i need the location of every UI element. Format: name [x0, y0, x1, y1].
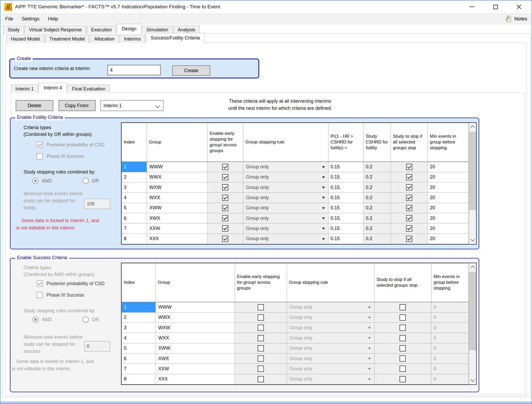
scrollbar-track[interactable] — [469, 131, 476, 236]
tab-success-futility-criteria[interactable]: Success/Futility Criteria — [146, 33, 205, 43]
min-events-cell[interactable]: 20 — [428, 213, 469, 223]
checkbox-checked-icon[interactable] — [406, 164, 412, 170]
min-events-cell[interactable]: 20 — [428, 172, 469, 182]
group-stopping-rule-dropdown[interactable]: Group only — [287, 354, 374, 364]
study-cshrd-cell[interactable]: 0.2 — [363, 182, 391, 193]
group-stopping-rule-dropdown[interactable]: Group only — [287, 302, 374, 313]
copy-from-dropdown[interactable]: Interim 1 — [100, 100, 164, 111]
min-events-cell[interactable]: 20 — [428, 182, 469, 193]
group-stopping-rule-dropdown[interactable]: Group only — [243, 162, 328, 172]
enable-early-stopping-cell[interactable] — [207, 223, 243, 234]
checkbox-unchecked-icon[interactable] — [400, 376, 406, 382]
enable-early-stopping-cell[interactable] — [207, 213, 243, 223]
checkbox-unchecked-icon[interactable] — [400, 325, 406, 331]
group-stopping-rule-dropdown[interactable]: Group only — [287, 323, 374, 333]
checkbox-checked-icon[interactable] — [406, 215, 412, 221]
index-cell[interactable]: 3 — [122, 323, 156, 333]
study-stop-cell[interactable] — [391, 182, 428, 193]
min-events-cell[interactable]: 0 — [431, 323, 469, 333]
min-events-cell[interactable]: 0 — [431, 354, 469, 364]
maximize-button[interactable] — [487, 1, 504, 13]
tab-allocation[interactable]: Allocation — [90, 35, 119, 43]
min-events-cell[interactable]: 20 — [428, 193, 469, 203]
checkbox-unchecked-icon[interactable] — [258, 366, 264, 372]
group-stopping-rule-dropdown[interactable]: Group only — [243, 193, 328, 203]
index-cell[interactable]: 7 — [122, 223, 147, 234]
min-events-cell[interactable]: 20 — [428, 203, 469, 213]
tab-virtual-subject-response[interactable]: Virtual Subject Response — [25, 26, 86, 34]
checkbox-checked-icon[interactable] — [406, 236, 412, 242]
checkbox-checked-icon[interactable] — [406, 225, 412, 232]
checkbox-unchecked-icon[interactable] — [258, 345, 264, 351]
checkbox-unchecked-icon[interactable] — [400, 335, 406, 341]
pr-futility-cell[interactable]: 0.15 — [328, 234, 363, 244]
checkbox-checked-icon[interactable] — [406, 195, 412, 201]
tab-execution[interactable]: Execution — [87, 26, 116, 34]
group-stopping-rule-dropdown[interactable]: Group only — [287, 343, 374, 353]
study-cshrd-cell[interactable]: 0.2 — [363, 162, 391, 172]
checkbox-checked-icon[interactable] — [222, 225, 228, 232]
pr-futility-cell[interactable]: 0.15 — [328, 213, 363, 223]
checkbox-checked-icon[interactable] — [406, 174, 412, 180]
index-cell[interactable]: 6 — [122, 213, 147, 223]
group-stopping-rule-dropdown[interactable]: Group only — [287, 364, 374, 374]
study-cshrd-cell[interactable]: 0.2 — [363, 193, 391, 203]
group-cell[interactable]: XWW — [147, 203, 207, 213]
group-cell[interactable]: XWX — [155, 354, 235, 364]
success-radio-or[interactable] — [83, 316, 89, 323]
group-cell[interactable]: WWW — [155, 302, 235, 313]
menu-settings[interactable]: Settings — [18, 13, 44, 25]
min-events-cell[interactable]: 20 — [428, 223, 469, 234]
scroll-up-button[interactable] — [469, 263, 476, 271]
futility-phase3-checkbox[interactable] — [37, 153, 43, 159]
delete-button[interactable]: Delete — [16, 100, 53, 111]
scroll-down-button[interactable] — [469, 236, 476, 244]
study-stop-cell[interactable] — [391, 162, 428, 172]
enable-early-stopping-cell[interactable] — [235, 343, 287, 353]
enable-early-stopping-cell[interactable] — [235, 312, 287, 322]
min-events-cell[interactable]: 0 — [431, 374, 469, 384]
study-cshrd-cell[interactable]: 0.2 — [363, 213, 391, 223]
checkbox-unchecked-icon[interactable] — [258, 304, 264, 310]
tab-hazard-model[interactable]: Hazard Model — [6, 35, 44, 43]
tab-interim-4[interactable]: Interim 4 — [39, 83, 67, 93]
checkbox-checked-icon[interactable] — [222, 174, 228, 180]
min-events-cell[interactable]: 0 — [431, 333, 469, 343]
enable-early-stopping-cell[interactable] — [207, 162, 243, 172]
min-events-cell[interactable]: 20 — [428, 162, 469, 172]
group-stopping-rule-dropdown[interactable]: Group only — [243, 182, 328, 193]
enable-early-stopping-cell[interactable] — [235, 333, 287, 343]
index-cell[interactable]: 4 — [122, 193, 147, 203]
group-cell[interactable]: XWW — [155, 343, 235, 353]
index-cell[interactable]: 6 — [122, 354, 156, 364]
pr-futility-cell[interactable]: 0.15 — [328, 182, 363, 193]
notes-button[interactable]: Notes — [505, 15, 532, 22]
checkbox-checked-icon[interactable] — [406, 205, 412, 211]
tab-interims[interactable]: Interims — [120, 35, 145, 43]
index-cell[interactable]: 2 — [122, 172, 147, 182]
enable-early-stopping-cell[interactable] — [207, 182, 243, 193]
group-stopping-rule-dropdown[interactable]: Group only — [243, 172, 328, 182]
study-stop-cell[interactable] — [374, 374, 431, 384]
futility-posterior-csd-checkbox[interactable] — [37, 142, 43, 148]
checkbox-checked-icon[interactable] — [222, 215, 228, 221]
group-cell[interactable]: WXW — [147, 182, 207, 193]
study-stop-cell[interactable] — [391, 203, 428, 213]
index-cell[interactable]: 3 — [122, 182, 147, 193]
min-events-cell[interactable]: 0 — [431, 343, 469, 353]
checkbox-checked-icon[interactable] — [222, 164, 228, 170]
close-button[interactable] — [511, 1, 527, 13]
index-cell[interactable]: 2 — [122, 312, 156, 322]
checkbox-checked-icon[interactable] — [222, 195, 228, 201]
scroll-up-button[interactable] — [469, 123, 476, 131]
menu-help[interactable]: Help — [44, 13, 62, 25]
tab-final-evaluation[interactable]: Final Evaluation — [67, 85, 110, 93]
tab-design[interactable]: Design — [117, 24, 141, 34]
group-cell[interactable]: WXX — [155, 333, 235, 343]
group-stopping-rule-dropdown[interactable]: Group only — [243, 223, 328, 234]
study-stop-cell[interactable] — [374, 333, 431, 343]
menu-file[interactable]: File — [1, 13, 18, 25]
pr-futility-cell[interactable]: 0.15 — [328, 223, 363, 234]
study-cshrd-cell[interactable]: 0.2 — [363, 223, 391, 234]
enable-early-stopping-cell[interactable] — [235, 323, 287, 333]
